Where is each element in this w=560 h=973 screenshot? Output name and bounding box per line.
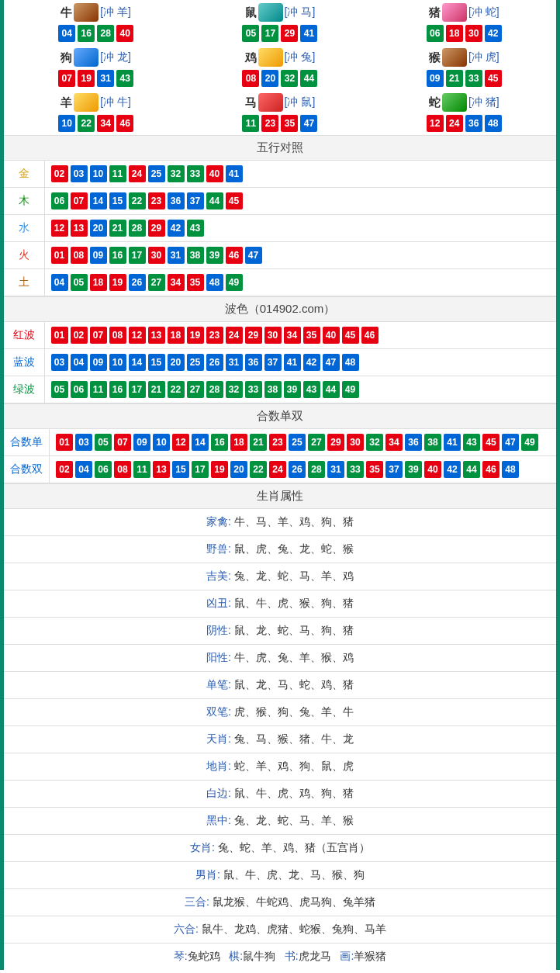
- property-row: 天肖: 兔、马、猴、猪、牛、龙: [4, 726, 556, 753]
- number-ball: 20: [230, 461, 247, 478]
- number-ball: 24: [226, 327, 243, 344]
- heshu-header: 合数单双: [4, 403, 556, 429]
- row-numbers: 0103050709101214161821232527293032343638…: [50, 429, 557, 456]
- property-value: 兔、马、猴、猪、牛、龙: [234, 732, 354, 745]
- number-ball: 45: [226, 192, 243, 209]
- property-label: 双笔:: [206, 705, 234, 718]
- number-ball: 05: [242, 25, 259, 42]
- zodiac-clash: [冲 马]: [285, 5, 316, 19]
- number-ball: 25: [187, 354, 204, 371]
- number-ball: 24: [129, 165, 146, 182]
- number-ball: 14: [129, 354, 146, 371]
- number-ball: 29: [245, 327, 262, 344]
- zodiac-cell: 猪[冲 蛇]06183042: [372, 0, 556, 45]
- number-ball: 04: [71, 354, 88, 371]
- property-row: 凶丑: 鼠、牛、虎、猴、狗、猪: [4, 590, 556, 618]
- number-ball: 10: [153, 434, 170, 451]
- property-value: 鼠、虎、兔、龙、蛇、猴: [234, 542, 354, 555]
- property-label: 阴性:: [206, 624, 234, 636]
- number-ball: 23: [206, 327, 223, 344]
- number-ball: 30: [465, 25, 482, 42]
- number-ball: 14: [192, 434, 209, 451]
- row-label: 合数单: [4, 429, 50, 456]
- number-ball: 44: [463, 461, 480, 478]
- number-ball: 19: [78, 70, 95, 87]
- number-ball: 07: [71, 192, 88, 209]
- number-ball: 33: [347, 461, 364, 478]
- property-label: 天肖:: [206, 732, 234, 745]
- row-label: 蓝波: [4, 349, 44, 376]
- number-ball: 08: [114, 461, 131, 478]
- number-ball: 18: [168, 327, 185, 344]
- number-ball: 32: [366, 434, 383, 451]
- zodiac-name: 蛇: [429, 95, 441, 110]
- number-ball: 32: [168, 165, 185, 182]
- number-ball: 09: [90, 354, 107, 371]
- number-ball: 09: [427, 70, 444, 87]
- property-value: 鼠、龙、马、蛇、鸡、猪: [234, 678, 354, 691]
- property-row: 白边: 鼠、牛、虎、鸡、狗、猪: [4, 781, 556, 808]
- number-ball: 43: [116, 70, 133, 87]
- number-ball: 06: [71, 381, 88, 398]
- zodiac-cell: 牛[冲 羊]04162840: [4, 0, 188, 45]
- zodiac-grid: 牛[冲 羊]04162840鼠[冲 马]05172941猪[冲 蛇]061830…: [4, 0, 556, 135]
- number-ball: 05: [95, 434, 112, 451]
- number-ball: 10: [58, 115, 75, 132]
- zodiac-name: 狗: [60, 50, 72, 65]
- zodiac-cell: 蛇[冲 猪]12243648: [372, 90, 556, 135]
- table-row: 合数单0103050709101214161821232527293032343…: [4, 429, 556, 456]
- row-label: 合数双: [4, 456, 50, 483]
- property-row: 野兽: 鼠、虎、兔、龙、蛇、猴: [4, 536, 556, 563]
- row-numbers: 04051819262734354849: [44, 269, 556, 296]
- number-ball: 40: [206, 165, 223, 182]
- zodiac-name: 鸡: [245, 50, 257, 65]
- zodiac-name: 猪: [429, 5, 441, 20]
- number-ball: 33: [245, 381, 262, 398]
- number-ball: 39: [284, 381, 301, 398]
- number-ball: 10: [109, 354, 126, 371]
- number-ball: 12: [51, 220, 68, 237]
- number-ball: 41: [300, 25, 317, 42]
- property-label: 家禽:: [206, 515, 234, 528]
- number-ball: 12: [427, 115, 444, 132]
- number-ball: 34: [284, 327, 301, 344]
- row-label: 木: [4, 188, 44, 215]
- number-ball: 08: [109, 327, 126, 344]
- number-ball: 01: [56, 434, 73, 451]
- row-numbers: 1213202128294243: [44, 215, 556, 242]
- number-ball: 36: [405, 434, 422, 451]
- property-label: 男肖:: [195, 868, 223, 881]
- number-ball: 28: [97, 25, 114, 42]
- number-ball: 48: [502, 461, 519, 478]
- number-ball: 42: [444, 461, 461, 478]
- number-ball: 37: [187, 192, 204, 209]
- number-ball: 28: [308, 461, 325, 478]
- row-numbers: 0204060811131517192022242628313335373940…: [50, 456, 557, 483]
- number-ball: 31: [168, 247, 185, 264]
- number-ball: 27: [187, 381, 204, 398]
- zodiac-clash: [冲 羊]: [100, 5, 131, 19]
- number-ball: 42: [485, 25, 502, 42]
- table-row: 合数双0204060811131517192022242628313335373…: [4, 456, 556, 483]
- number-ball: 02: [56, 461, 73, 478]
- number-ball: 13: [153, 461, 170, 478]
- zodiac-name: 猴: [429, 50, 441, 65]
- number-ball: 28: [129, 220, 146, 237]
- qin-label: 画:: [340, 950, 354, 962]
- qin-label: 书:: [285, 950, 299, 962]
- row-label: 土: [4, 269, 44, 296]
- number-ball: 33: [465, 70, 482, 87]
- number-ball: 16: [109, 247, 126, 264]
- number-ball: 43: [187, 220, 204, 237]
- number-ball: 31: [226, 354, 243, 371]
- row-numbers: 03040910141520252631363741424748: [44, 349, 556, 376]
- number-ball: 21: [148, 381, 165, 398]
- number-ball: 22: [168, 381, 185, 398]
- bose-header: 波色（014902.com）: [4, 296, 556, 322]
- number-ball: 44: [206, 192, 223, 209]
- property-label: 野兽:: [206, 542, 234, 555]
- number-ball: 41: [226, 165, 243, 182]
- number-ball: 22: [78, 115, 95, 132]
- number-ball: 08: [242, 70, 259, 87]
- number-ball: 06: [95, 461, 112, 478]
